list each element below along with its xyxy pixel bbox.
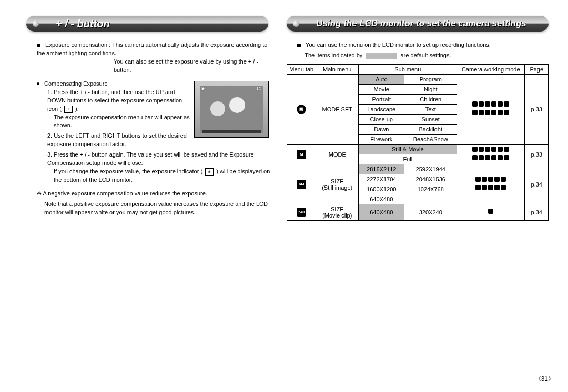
manual-page: + / - button Exposure compensation : Thi… (0, 0, 568, 392)
tab-icon-cell: M (287, 144, 316, 164)
th-sub-menu: Sub menu (359, 64, 457, 74)
default-swatch (366, 53, 397, 59)
heading-bar-right: Using the LCD monitor to set the camera … (287, 16, 549, 32)
lcd-intro-1: You can use the menu on the LCD monitor … (306, 42, 491, 48)
submenu-cell: 2816X2112 (359, 164, 404, 174)
submenu-cell: Auto (359, 74, 404, 84)
camera-tab-icon: ▣ (297, 105, 306, 114)
heading-left-title: + / - button (56, 18, 110, 30)
page-number: 31 (535, 375, 554, 384)
mode-icons-cell (457, 74, 525, 144)
heading-bar-left: + / - button (26, 16, 268, 32)
lcd-intro-2b: are default settings. (400, 52, 451, 58)
mode-icons-cell (457, 204, 525, 221)
table-row: M MODE Still & Movie p.33 (287, 144, 549, 154)
th-menu-tab: Menu tab (287, 64, 316, 74)
th-main-menu: Main menu (316, 64, 359, 74)
exposure-intro: Exposure compensation : This camera auto… (37, 41, 271, 75)
positive-ev-note: Note that a positive exposure compensati… (44, 200, 271, 217)
ev-icon: ± (205, 168, 214, 176)
negative-ev-note: A negative exposure compensation value r… (37, 190, 271, 198)
lcd-intro-2a: The items indicated by (305, 52, 362, 58)
main-menu-cell: SIZE (Still image) (316, 164, 359, 204)
6m-tab-icon: 6м (297, 180, 306, 189)
heading-right-title: Using the LCD monitor to set the camera … (316, 18, 526, 29)
settings-table: Menu tab Main menu Sub menu Camera worki… (287, 64, 549, 221)
th-mode: Camera working mode (457, 64, 525, 74)
square-bullet-icon (37, 42, 44, 48)
lcd-mode-icon: ◉ (201, 86, 205, 92)
submenu-cell: 640X480 (359, 204, 404, 221)
lcd-preview: ◉ 12 (194, 81, 269, 138)
tab-icon-cell: ▣ (287, 74, 316, 144)
table-row: ▣ MODE SET Auto Program p.33 (287, 74, 549, 84)
compensating-heading: Compensating Exposure (44, 80, 107, 87)
ev-icon: ± (64, 106, 73, 113)
heading-dot-icon (33, 20, 39, 27)
page-cell: p.34 (525, 204, 549, 221)
exposure-intro-label: Exposure compensation : (45, 42, 112, 48)
table-header-row: Menu tab Main menu Sub menu Camera worki… (287, 64, 549, 74)
submenu-cell: Full (359, 154, 457, 164)
step-3: 3. Press the + / - button again. The val… (47, 151, 271, 184)
page-cell: p.33 (525, 74, 549, 144)
dot-bullet-icon (37, 80, 43, 87)
submenu-cell: Program (404, 74, 457, 84)
square-bullet-icon (297, 42, 304, 48)
tab-icon-cell: 6м (287, 164, 316, 204)
heading-dot-icon (293, 20, 299, 27)
submenu-cell: 320X240 (404, 204, 457, 221)
exposure-intro-text2: You can also select the exposure value b… (114, 58, 271, 75)
right-column: Using the LCD monitor to set the camera … (287, 16, 557, 222)
m-tab-icon: M (297, 150, 306, 159)
main-menu-cell: MODE (316, 144, 359, 164)
mode-icons-cell (457, 144, 525, 164)
page-cell: p.33 (525, 144, 549, 164)
tab-icon-cell: 640 (287, 204, 316, 221)
page-cell: p.34 (525, 164, 549, 204)
left-column: + / - button Exposure compensation : Thi… (26, 16, 271, 222)
640-tab-icon: 640 (297, 208, 306, 217)
main-menu-cell: SIZE (Movie clip) (316, 204, 359, 221)
submenu-cell: 2592X1944 (404, 164, 457, 174)
lcd-shots-left: 12 (256, 86, 261, 92)
mode-icons-cell (457, 164, 525, 204)
table-row: 640 SIZE (Movie clip) 640X480 320X240 p.… (287, 204, 549, 221)
table-row: 6м SIZE (Still image) 2816X2112 2592X194… (287, 164, 549, 174)
submenu-cell: Still & Movie (359, 144, 457, 154)
lcd-ev-bar (202, 130, 261, 133)
th-page: Page (525, 64, 549, 74)
main-menu-cell: MODE SET (316, 74, 359, 144)
